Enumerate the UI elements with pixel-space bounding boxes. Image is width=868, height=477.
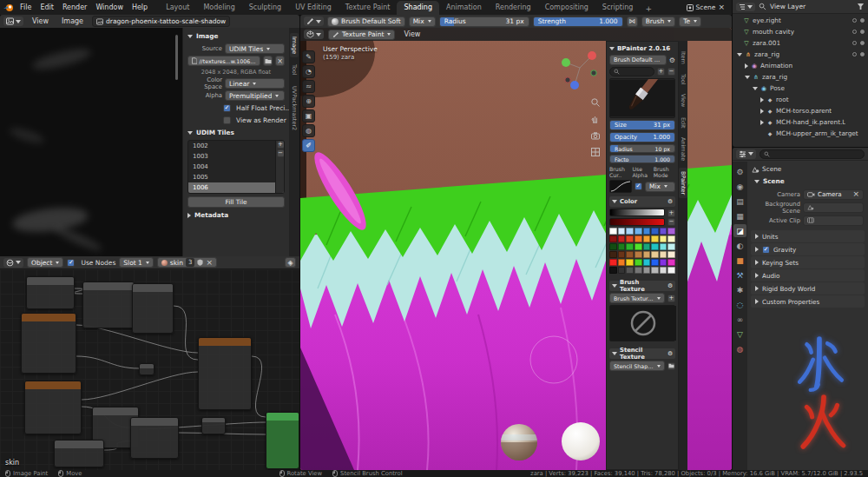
- background-scene-field[interactable]: [803, 202, 864, 213]
- palette-swatch[interactable]: [618, 267, 626, 274]
- hide-viewport-toggle[interactable]: [852, 18, 857, 23]
- shader-node[interactable]: [82, 282, 135, 328]
- palette-swatch[interactable]: [660, 251, 667, 258]
- symmetry-x-icon[interactable]: ⋈: [627, 17, 638, 27]
- palette-swatch[interactable]: [609, 243, 617, 250]
- image-editor-icon[interactable]: [3, 17, 23, 26]
- breadcrumb-scene[interactable]: Scene: [762, 165, 781, 173]
- fill-tool[interactable]: ▣: [302, 109, 315, 123]
- palette-swatch[interactable]: [643, 235, 651, 242]
- hide-render-toggle[interactable]: [860, 18, 865, 23]
- tab-uv-editing[interactable]: UV Editing: [288, 1, 339, 15]
- menu-image[interactable]: Image: [57, 17, 88, 26]
- hide-viewport-toggle[interactable]: [852, 41, 857, 45]
- shader-node[interactable]: [266, 412, 299, 469]
- outliner-editor-icon[interactable]: [736, 3, 755, 11]
- palette-swatch[interactable]: [667, 259, 675, 266]
- palette-swatch[interactable]: [643, 243, 651, 250]
- palette-swatch[interactable]: [618, 259, 626, 266]
- expand-icon[interactable]: [760, 97, 764, 103]
- bpainter-title[interactable]: BPainter 2.0.16: [609, 45, 675, 52]
- panel-tab-view[interactable]: View: [679, 90, 687, 110]
- menu-window[interactable]: Window: [91, 3, 128, 12]
- texture-popover[interactable]: Te: [679, 17, 701, 27]
- palette-swatch[interactable]: [609, 259, 617, 266]
- hide-viewport-toggle[interactable]: [852, 52, 857, 56]
- palette-swatch[interactable]: [618, 235, 626, 242]
- udim-tile-list[interactable]: + − 10021003100410051006: [187, 140, 285, 194]
- section-units[interactable]: Units: [751, 230, 865, 242]
- palette-swatch[interactable]: [667, 251, 675, 258]
- section-gravity[interactable]: Gravity: [751, 243, 865, 255]
- palette-swatch[interactable]: [618, 243, 626, 250]
- brush-curve-widget[interactable]: [609, 180, 632, 193]
- palette-swatch[interactable]: [609, 235, 617, 242]
- hide-render-toggle[interactable]: [860, 30, 865, 34]
- palette-swatch[interactable]: [643, 259, 651, 266]
- source-dropdown[interactable]: UDIM Tiles: [225, 43, 285, 54]
- new-texture-icon[interactable]: +: [667, 295, 675, 302]
- outliner-item[interactable]: ⋔zara_rig: [733, 71, 868, 83]
- stencil-shapes-dropdown[interactable]: Stencil Shapes: [609, 361, 665, 371]
- palette-swatch[interactable]: [651, 251, 659, 258]
- view-layer-label[interactable]: View Layer: [770, 3, 806, 10]
- brush-datablock[interactable]: Brush Default Soft: [327, 17, 405, 27]
- expand-icon[interactable]: [745, 76, 750, 79]
- sidebar-tab-uvpackmaster2[interactable]: UVPackmaster2: [290, 83, 299, 134]
- panel-tab-animate[interactable]: Animate: [679, 134, 687, 164]
- palette-swatch[interactable]: [626, 235, 634, 242]
- palette-swatch[interactable]: [626, 243, 634, 250]
- udim-tile[interactable]: 1003: [188, 151, 284, 162]
- metadata-panel-header[interactable]: Metadata: [183, 209, 289, 222]
- shader-node[interactable]: [54, 440, 104, 467]
- palette-swatch[interactable]: [651, 259, 659, 266]
- shader-node[interactable]: [198, 337, 252, 410]
- color-gear-icon[interactable]: ⚙: [667, 198, 673, 205]
- palette-swatch[interactable]: [635, 251, 642, 258]
- sidebar-scrollbar[interactable]: [175, 35, 178, 80]
- outliner-item[interactable]: ◆MCH-upper_arm_ik_target: [733, 128, 868, 139]
- blend-mode-dropdown[interactable]: Mix: [409, 17, 436, 27]
- palette-swatch[interactable]: [651, 235, 659, 242]
- palette-swatch[interactable]: [626, 251, 634, 258]
- tab-sculpting[interactable]: Sculpting: [242, 1, 288, 15]
- udim-tile[interactable]: 1006: [188, 182, 284, 193]
- palette-swatch[interactable]: [626, 267, 634, 274]
- section-custom-properties[interactable]: Custom Properties: [751, 295, 865, 308]
- properties-tab-constraints[interactable]: ∞: [733, 313, 746, 326]
- texture-gear-icon[interactable]: ⚙: [667, 282, 673, 289]
- properties-tab-view-layer[interactable]: ▦: [733, 209, 746, 222]
- palette-swatch[interactable]: [626, 259, 634, 266]
- panel-tab-edit[interactable]: Edit: [679, 114, 687, 132]
- camera-field[interactable]: Camera ×: [803, 189, 864, 200]
- menu-edit[interactable]: Edit: [36, 3, 58, 12]
- palette-swatch[interactable]: [667, 235, 675, 242]
- radius-slider[interactable]: Radius31 px: [439, 17, 529, 27]
- palette-swatch[interactable]: [660, 267, 667, 274]
- users-count-badge[interactable]: 3: [186, 258, 194, 267]
- outliner-item[interactable]: ⋔zara_rig: [733, 49, 868, 60]
- colorspace-dropdown[interactable]: Linear: [225, 78, 285, 89]
- pan-hand-icon[interactable]: [590, 114, 601, 124]
- properties-tab-material[interactable]: ◍: [733, 342, 746, 355]
- tab-animation[interactable]: Animation: [439, 1, 489, 15]
- palette-swatch[interactable]: [635, 267, 642, 274]
- bp-facto-slider[interactable]: Facto1.000: [609, 155, 675, 163]
- value-gradient-bar[interactable]: [609, 209, 665, 216]
- viewport-3d[interactable]: Texture Paint View User Perspective (159…: [300, 28, 732, 470]
- scene-selector[interactable]: Scene ×: [687, 3, 728, 11]
- image-editor[interactable]: Image Source UDIM Tiles //textures...w.1…: [0, 28, 299, 256]
- expand-icon[interactable]: [760, 120, 764, 125]
- palette-swatch[interactable]: [660, 228, 667, 235]
- udim-tile[interactable]: 1004: [188, 162, 284, 172]
- palette-swatch[interactable]: [643, 267, 651, 274]
- outliner-item[interactable]: ◆root: [733, 94, 868, 105]
- outliner-item[interactable]: ◆MCH-torso.parent: [733, 105, 868, 116]
- properties-tab-particles[interactable]: ✱: [733, 283, 746, 296]
- menu-render[interactable]: Render: [58, 3, 91, 12]
- palette-swatch[interactable]: [635, 259, 642, 266]
- palette-swatch[interactable]: [651, 243, 659, 250]
- camera-unlink-icon[interactable]: ×: [852, 190, 859, 198]
- palette-swatch[interactable]: [635, 235, 642, 242]
- outliner-item[interactable]: ◉Pose: [733, 83, 868, 94]
